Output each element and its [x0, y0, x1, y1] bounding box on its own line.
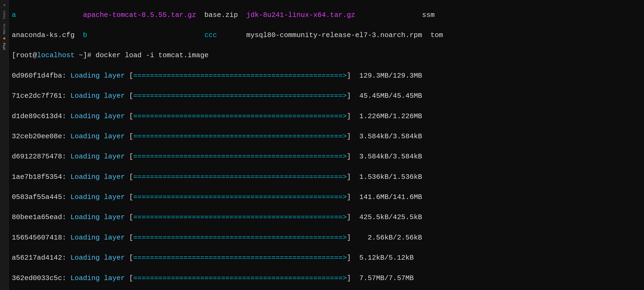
- terminal-layer-1: 0d960f1d4fba: Loading layer [===========…: [12, 71, 641, 81]
- terminal-line-top: a apache-tomcat-8.5.55.tar.gz base.zip j…: [12, 10, 641, 20]
- terminal-layer-2: 71ce2dc7f761: Loading layer [===========…: [12, 91, 641, 101]
- terminal-layer-4: 32ceb20ee08e: Loading layer [===========…: [12, 132, 641, 142]
- terminal-line-files: anaconda-ks.cfg b ccc mysql80-community-…: [12, 30, 641, 41]
- terminal-layer-11: 362ed0033c5c: Loading layer [===========…: [12, 273, 641, 284]
- terminal-layer-9: 156545607418: Loading layer [===========…: [12, 233, 641, 243]
- terminal-layer-10: a56217ad4142: Loading layer [===========…: [12, 253, 641, 263]
- terminal-layer-7: 0583af55a445: Loading layer [===========…: [12, 192, 641, 202]
- sidebar-item-macros[interactable]: Macros: [3, 21, 6, 37]
- sidebar-dot: [3, 37, 5, 39]
- terminal-layer-3: d1de89c613d4: Loading layer [===========…: [12, 111, 641, 122]
- terminal-prompt-1: [root@localhost ~]# docker load -i tomca…: [12, 50, 641, 61]
- sidebar-item-tools[interactable]: Tools: [3, 8, 6, 21]
- terminal-layer-6: 1ae7b18f5354: Loading layer [===========…: [12, 172, 641, 182]
- terminal-layer-8: 80bee1a65ead: Loading layer [===========…: [12, 212, 641, 223]
- sidebar-item-sftp[interactable]: Sftp: [3, 41, 6, 52]
- terminal-layer-5: d69122875478: Loading layer [===========…: [12, 152, 641, 162]
- terminal-output[interactable]: a apache-tomcat-8.5.55.tar.gz base.zip j…: [9, 0, 644, 290]
- sidebar-item-a[interactable]: a: [3, 2, 6, 8]
- sidebar: a Tools Macros Sftp: [0, 0, 9, 290]
